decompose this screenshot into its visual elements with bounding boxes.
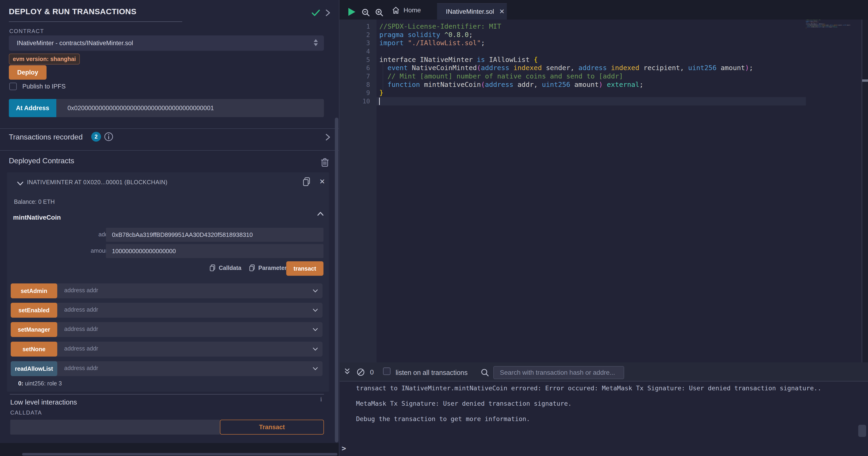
code-line[interactable] (379, 47, 753, 56)
contract-collapse-chevron-icon[interactable] (17, 181, 24, 186)
code-lines[interactable]: //SPDX-License-Identifier: MITpragma sol… (379, 22, 753, 106)
setEnabled-button[interactable]: setEnabled (11, 303, 57, 318)
code-line[interactable]: event NativeCoinMinted(address indexed s… (379, 64, 753, 72)
calldata-label: CALLDATA (10, 409, 42, 416)
code-line[interactable]: //SPDX-License-Identifier: MIT (379, 22, 753, 31)
contract-select-value: INativeMinter - contracts/INativeMinter.… (17, 39, 133, 47)
tab-close-icon[interactable]: ✕ (499, 8, 504, 16)
tab-home[interactable]: Home (389, 5, 424, 16)
param-label: amount: (70, 247, 112, 254)
function-collapse-chevron-up-icon[interactable] (317, 211, 324, 216)
contract-instance-header[interactable]: INATIVEMINTER AT 0X020...00001 (BLOCKCHA… (27, 179, 167, 186)
calldata-input[interactable] (10, 420, 220, 434)
home-icon (392, 6, 400, 14)
at-address-button[interactable]: At Address (9, 99, 56, 117)
code-line[interactable]: } (379, 89, 753, 97)
clear-console-ban-icon[interactable] (356, 368, 365, 376)
contract-balance: Balance: 0 ETH (14, 198, 55, 205)
param-row: amount:1000000000000000000 (0, 244, 322, 258)
setAdmin-expand-chevron-icon[interactable] (312, 289, 318, 293)
code-line[interactable]: function mintNativeCoin(address addr, ui… (806, 27, 813, 27)
setNone-arg-input[interactable]: address addr (64, 345, 98, 352)
readAllowList-arg-input[interactable]: address addr (64, 365, 98, 371)
low-level-info-icon[interactable]: i (320, 395, 322, 403)
copy-address-icon[interactable] (303, 177, 310, 186)
at-address-input[interactable]: 0x02000000000000000000000000000000000000… (56, 99, 324, 117)
code-line[interactable] (379, 97, 753, 106)
param-row: addr:0xB78cbAa319ffBD899951AA30D4320f581… (0, 228, 322, 242)
line-number: 4 (340, 47, 376, 56)
param-input[interactable]: 1000000000000000000 (106, 244, 323, 258)
readAllowList-expand-chevron-icon[interactable] (312, 367, 318, 371)
editor-minimap[interactable]: //SPDX-License-Identifier: MITpragma sol… (806, 20, 862, 362)
code-line[interactable]: import "./IAllowList.sol"; (379, 39, 753, 47)
function-row-setManager: setManageraddress addr (11, 322, 322, 337)
run-script-play-icon[interactable] (348, 8, 355, 16)
setEnabled-arg-input[interactable]: address addr (64, 306, 98, 313)
setNone-button[interactable]: setNone (11, 342, 57, 357)
publish-ipfs-row[interactable]: Publish to IPFS (9, 83, 66, 90)
setManager-arg-input[interactable]: address addr (64, 325, 98, 332)
setAdmin-arg-input[interactable]: address addr (64, 287, 98, 294)
overview-ruler[interactable] (862, 20, 868, 362)
code-line[interactable]: // Mint [amount] number of native coins … (379, 72, 753, 81)
setManager-button[interactable]: setManager (11, 322, 57, 337)
transactions-info-icon[interactable] (104, 132, 114, 142)
terminal-search-icon (481, 368, 489, 377)
panel-vertical-scrollbar[interactable] (335, 118, 338, 443)
deploy-button[interactable]: Deploy (9, 65, 46, 80)
line-number: 6 (340, 64, 376, 72)
terminal-prompt[interactable]: > (342, 444, 346, 453)
code-line[interactable] (806, 29, 813, 30)
parameters-copy-button[interactable]: Parameters (249, 264, 290, 272)
line-number: 7 (340, 72, 376, 81)
panel-collapse-chevron-icon[interactable] (325, 9, 331, 17)
publish-ipfs-label: Publish to IPFS (22, 83, 66, 90)
terminal-scrollbar-thumb[interactable] (858, 425, 866, 437)
setManager-expand-chevron-icon[interactable] (312, 328, 318, 332)
tab-home-label: Home (404, 6, 421, 14)
panel-title: DEPLOY & RUN TRANSACTIONS (9, 7, 136, 16)
function-row-setAdmin: setAdminaddress addr (11, 283, 322, 298)
transactions-expand-chevron-icon[interactable] (325, 133, 331, 141)
setAdmin-button[interactable]: setAdmin (11, 283, 57, 298)
line-number: 8 (340, 81, 376, 89)
param-input[interactable]: 0xB78cbAa319ffBD899951AA30D4320f58189383… (106, 228, 323, 242)
deployed-contract-card (7, 172, 329, 392)
zoom-in-icon[interactable] (375, 8, 383, 17)
transact-button[interactable]: transact (286, 261, 323, 276)
code-line[interactable]: pragma solidity ^0.8.0; (379, 31, 753, 39)
setEnabled-expand-chevron-icon[interactable] (312, 308, 318, 312)
editor-gutter: 12345678910 (340, 20, 376, 362)
editor-cursor (379, 97, 380, 105)
function-name-heading: mintNativeCoin (13, 214, 61, 221)
zoom-out-icon[interactable] (362, 8, 370, 17)
divider (0, 150, 339, 151)
transactions-count-badge: 2 (91, 132, 101, 142)
terminal-logs: transact to INativeMinter.mintNativeCoin… (356, 384, 821, 430)
compile-success-check-icon (311, 9, 320, 17)
remove-contract-close-icon[interactable]: ✕ (319, 177, 325, 186)
clear-deployed-trash-icon[interactable] (321, 158, 329, 167)
panel-horizontal-scrollbar[interactable] (22, 453, 337, 456)
calldata-copy-button[interactable]: Calldata (210, 264, 241, 272)
contract-label: CONTRACT (9, 28, 44, 34)
terminal-search-input[interactable]: Search with transaction hash or addre... (493, 366, 624, 379)
code-line[interactable]: interface INativeMinter is IAllowList { (379, 56, 753, 64)
publish-ipfs-checkbox[interactable] (9, 83, 17, 90)
divider (10, 394, 324, 395)
function-row-setNone: setNoneaddress addr (11, 342, 322, 357)
listen-transactions-checkbox[interactable] (383, 368, 391, 375)
line-number: 5 (340, 56, 376, 64)
code-line[interactable]: import "./IAllowList.sol"; (806, 22, 813, 23)
evm-version-badge: evm version: shanghai (9, 54, 80, 64)
contract-select[interactable]: INativeMinter - contracts/INativeMinter.… (9, 35, 324, 51)
code-line[interactable]: function mintNativeCoin(address addr, ui… (379, 81, 753, 89)
readAllowList-button[interactable]: readAllowList (11, 361, 57, 376)
low-level-transact-button[interactable]: Transact (220, 420, 324, 434)
tab-inativeminter[interactable]: INativeMinter.sol ✕ (437, 3, 507, 20)
setNone-expand-chevron-icon[interactable] (312, 347, 318, 351)
terminal-expand-double-chevron-icon[interactable] (343, 368, 351, 376)
pending-tx-count: 0 (370, 368, 374, 376)
terminal-log-line: transact to INativeMinter.mintNativeCoin… (356, 384, 821, 392)
